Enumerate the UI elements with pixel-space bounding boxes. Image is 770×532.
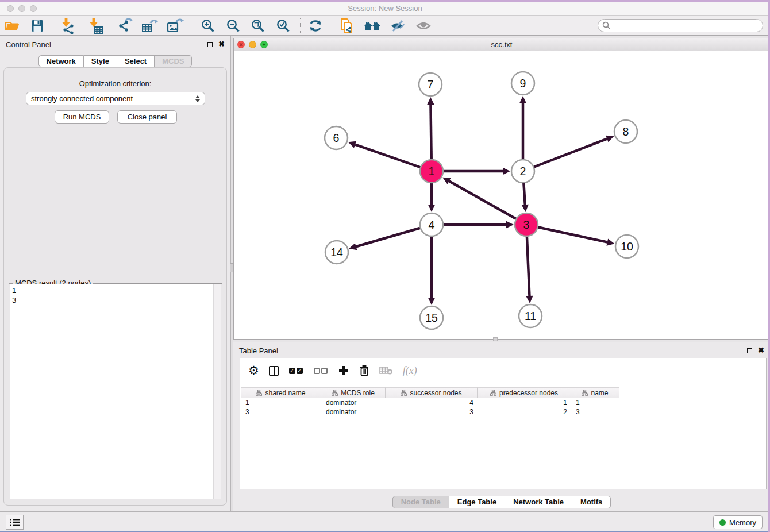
- table-cell[interactable]: 2: [478, 408, 571, 416]
- search-input[interactable]: [613, 21, 763, 31]
- import-network-icon[interactable]: [58, 18, 78, 33]
- graph-edge-2-8[interactable]: [523, 139, 607, 171]
- close-panel-icon[interactable]: ✖: [758, 348, 764, 353]
- tab-network[interactable]: Network: [38, 55, 84, 67]
- graph-edge-3-10[interactable]: [526, 225, 607, 242]
- select-all-icon[interactable]: ✓✓: [288, 363, 303, 378]
- delete-table-icon[interactable]: [379, 363, 393, 378]
- window-titlebar: Session: New Session: [0, 2, 770, 16]
- delete-icon[interactable]: [359, 363, 369, 378]
- toggle-details-icon[interactable]: [388, 18, 407, 33]
- search-field[interactable]: [598, 19, 763, 32]
- zoom-fit-icon[interactable]: [248, 18, 268, 33]
- node-label-8: 8: [623, 125, 629, 138]
- horizontal-splitter-handle[interactable]: [493, 337, 498, 341]
- table-cell[interactable]: 1: [571, 399, 619, 407]
- export-image-icon[interactable]: [165, 18, 185, 33]
- criterion-value: strongly connected component: [31, 94, 195, 103]
- control-panel-title: Control Panel: [6, 40, 207, 49]
- edge-arrowhead: [428, 205, 435, 212]
- zoom-out-icon[interactable]: [224, 18, 243, 33]
- open-session-icon[interactable]: [2, 18, 22, 33]
- close-panel-icon[interactable]: ✖: [218, 41, 225, 47]
- network-canvas[interactable]: 1234678910111415: [234, 51, 769, 339]
- export-network-icon[interactable]: [116, 18, 135, 33]
- birdseye-view-icon[interactable]: [414, 18, 433, 33]
- table-cell[interactable]: 3: [571, 408, 619, 416]
- edge-arrowhead: [526, 296, 533, 303]
- table-cell[interactable]: 4: [386, 399, 478, 407]
- mcds-result-text[interactable]: 13: [10, 284, 213, 499]
- node-label-3: 3: [523, 218, 530, 231]
- toolbar-separator: [194, 18, 194, 33]
- table-settings-icon[interactable]: ⚙: [248, 363, 259, 378]
- table-cell[interactable]: 1: [241, 399, 321, 407]
- run-mcds-button[interactable]: Run MCDS: [55, 110, 109, 124]
- network-minimize-button[interactable]: –: [249, 41, 256, 48]
- task-history-button[interactable]: [6, 515, 24, 530]
- float-panel-icon[interactable]: [747, 348, 752, 353]
- table-panel: Table Panel ✖ ⚙ ✓✓ f(x) shared nameMCDS …: [233, 342, 770, 511]
- graph-edge-3-1[interactable]: [449, 181, 526, 225]
- network-window-titlebar[interactable]: ✕ – + scc.txt: [234, 38, 769, 51]
- column-header-name[interactable]: name: [571, 387, 619, 398]
- tab-edge-table[interactable]: Edge Table: [449, 496, 505, 508]
- window-minimize-button[interactable]: [18, 5, 25, 12]
- window-close-button[interactable]: [7, 5, 14, 12]
- network-maximize-button[interactable]: +: [260, 41, 268, 48]
- memory-label: Memory: [729, 518, 756, 527]
- control-panel-header: Control Panel ✖: [0, 36, 230, 53]
- table-row[interactable]: 1dominator411: [241, 398, 620, 407]
- table-cell[interactable]: 3: [386, 408, 478, 416]
- table-cell[interactable]: dominator: [321, 408, 386, 416]
- tab-select[interactable]: Select: [117, 55, 155, 67]
- table-cell[interactable]: dominator: [321, 399, 386, 407]
- tab-mcds[interactable]: MCDS: [155, 55, 192, 67]
- edge-arrowhead: [349, 243, 357, 250]
- function-builder-icon[interactable]: f(x): [403, 363, 417, 378]
- window-zoom-button[interactable]: [30, 5, 37, 12]
- column-header-predecessor-nodes[interactable]: predecessor nodes: [478, 387, 571, 398]
- refresh-layout-icon[interactable]: [306, 18, 325, 33]
- node-label-15: 15: [425, 311, 438, 324]
- network-view-window: ✕ – + scc.txt 1234678910111415: [233, 38, 770, 340]
- network-close-button[interactable]: ✕: [237, 41, 245, 48]
- node-label-14: 14: [330, 246, 343, 259]
- import-table-icon[interactable]: [86, 18, 105, 33]
- table-cell[interactable]: 1: [478, 399, 571, 407]
- zoom-selected-icon[interactable]: [274, 18, 293, 33]
- edge-arrowhead: [428, 298, 435, 305]
- tab-node-table[interactable]: Node Table: [392, 496, 449, 508]
- save-session-icon[interactable]: [28, 18, 47, 33]
- status-bar: Memory: [0, 511, 770, 532]
- table-row[interactable]: 3dominator323: [241, 407, 620, 417]
- copy-network-icon[interactable]: [338, 18, 357, 33]
- close-panel-button[interactable]: Close panel: [117, 110, 177, 124]
- tab-motifs[interactable]: Motifs: [572, 496, 611, 508]
- result-line: 3: [12, 295, 211, 305]
- result-scrollbar[interactable]: [213, 284, 221, 499]
- column-visibility-icon[interactable]: [269, 363, 279, 378]
- tab-style[interactable]: Style: [84, 55, 117, 67]
- edge-arrowhead: [503, 168, 510, 175]
- export-table-icon[interactable]: [140, 18, 160, 33]
- home-view-icon[interactable]: [363, 18, 382, 33]
- column-header-successor-nodes[interactable]: successor nodes: [386, 387, 478, 398]
- result-line: 1: [12, 286, 211, 295]
- criterion-dropdown[interactable]: strongly connected component: [26, 92, 205, 105]
- node-table: shared nameMCDS rolesuccessor nodesprede…: [241, 387, 620, 417]
- add-row-icon[interactable]: [338, 363, 349, 378]
- zoom-in-icon[interactable]: [198, 18, 218, 33]
- dropdown-stepper-icon: [195, 95, 200, 102]
- mcds-panel: Optimization criterion: strongly connect…: [3, 67, 227, 506]
- deselect-all-icon[interactable]: [313, 363, 328, 378]
- column-header-MCDS-role[interactable]: MCDS role: [321, 387, 386, 398]
- memory-button[interactable]: Memory: [713, 515, 763, 529]
- tab-network-table[interactable]: Network Table: [505, 496, 572, 508]
- table-header-row: shared nameMCDS rolesuccessor nodesprede…: [241, 387, 620, 398]
- table-cell[interactable]: 3: [241, 408, 321, 416]
- node-label-2: 2: [520, 165, 526, 178]
- float-panel-icon[interactable]: [207, 42, 213, 47]
- column-header-shared-name[interactable]: shared name: [241, 387, 321, 398]
- edge-arrowhead: [506, 221, 514, 228]
